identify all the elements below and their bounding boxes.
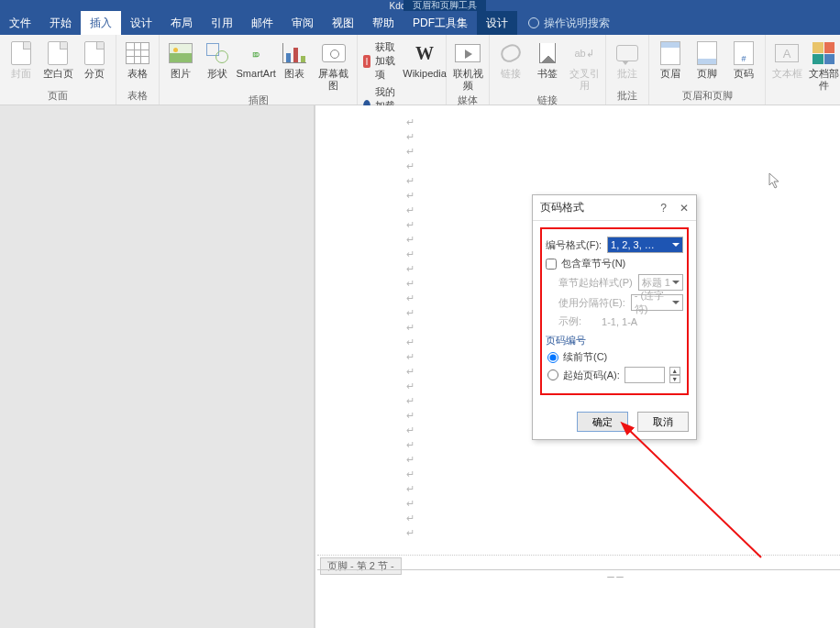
cover-page-button[interactable]: 封面 xyxy=(6,39,37,87)
group-comments-title: 批注 xyxy=(612,89,643,103)
ribbon: 封面 空白页 分页 页面 表格 表格 图片 形状 ⎄SmartArt 图表 屏幕… xyxy=(0,35,840,105)
lightbulb-icon xyxy=(528,17,539,28)
page-icon xyxy=(84,41,105,65)
tab-design[interactable]: 设计 xyxy=(121,11,161,35)
tab-home[interactable]: 开始 xyxy=(40,11,81,35)
tab-pdf[interactable]: PDF工具集 xyxy=(403,11,477,35)
chevron-down-icon xyxy=(672,301,680,304)
group-tables-title: 表格 xyxy=(122,89,153,103)
contextual-tab-label: 页眉和页脚工具 xyxy=(403,0,486,11)
number-format-value: 1, 2, 3, … xyxy=(611,239,655,250)
group-text: A文本框 文档部件 xyxy=(766,35,840,105)
textbox-button[interactable]: A文本框 xyxy=(771,39,802,92)
start-at-input[interactable] xyxy=(624,367,665,383)
example-label: 示例: xyxy=(558,314,581,328)
bookmark-button[interactable]: 书签 xyxy=(532,39,563,92)
ribbon-tabs: 文件 开始 插入 设计 布局 引用 邮件 审阅 视图 帮助 PDF工具集 设计 … xyxy=(0,11,840,35)
header-icon xyxy=(660,41,680,65)
page-number-format-dialog: 页码格式 ? ✕ 编号格式(F): 1, 2, 3, … 包含章节号(N) 章节… xyxy=(532,194,697,440)
workspace: ↵↵↵↵↵↵↵↵↵↵↵↵↵↵↵↵↵↵↵↵↵↵↵↵↵↵↵↵↵ 页脚 - 第 2 节… xyxy=(0,105,840,628)
page-icon xyxy=(48,41,68,65)
tab-references[interactable]: 引用 xyxy=(202,11,242,35)
continue-previous-label: 续前节(C) xyxy=(563,350,607,364)
page-break-button[interactable]: 分页 xyxy=(79,39,110,87)
crossref-button[interactable]: ab↲交叉引用 xyxy=(569,39,600,92)
camera-icon xyxy=(322,44,346,62)
start-at-radio[interactable] xyxy=(547,369,558,380)
highlighted-settings-region: 编号格式(F): 1, 2, 3, … 包含章节号(N) 章节起始样式(P) 标… xyxy=(540,227,689,395)
title-bar: 页眉和页脚工具 Kdock — Word xyxy=(0,0,840,11)
footer-section-tag: 页脚 - 第 2 节 - xyxy=(320,557,402,575)
group-tables: 表格 表格 xyxy=(116,35,160,105)
tab-review[interactable]: 审阅 xyxy=(282,11,323,35)
pictures-button[interactable]: 图片 xyxy=(165,39,196,92)
table-icon xyxy=(126,42,149,64)
group-pages-title: 页面 xyxy=(6,89,110,103)
tab-insert[interactable]: 插入 xyxy=(81,11,121,35)
online-video-button[interactable]: 联机视频 xyxy=(452,39,483,92)
dialog-titlebar[interactable]: 页码格式 ? ✕ xyxy=(533,195,696,221)
page-icon xyxy=(11,41,31,65)
tab-help[interactable]: 帮助 xyxy=(363,11,403,35)
get-addins-button[interactable]: 获取加载项 xyxy=(363,40,403,82)
separator-label: 使用分隔符(E): xyxy=(558,296,625,310)
chart-button[interactable]: 图表 xyxy=(279,39,310,92)
number-format-select[interactable]: 1, 2, 3, … xyxy=(607,237,683,253)
cursor-icon xyxy=(768,172,781,189)
separator-value: - (连字符) xyxy=(635,289,672,316)
screenshot-button[interactable]: 屏幕截图 xyxy=(315,39,351,92)
link-icon xyxy=(498,41,524,65)
group-comments: 批注 批注 xyxy=(606,35,649,105)
spin-up-button[interactable]: ▲ xyxy=(669,367,680,375)
group-pages: 封面 空白页 分页 页面 xyxy=(0,35,116,105)
group-media: 联机视频 媒体 xyxy=(447,35,490,105)
include-chapter-checkbox[interactable] xyxy=(546,259,557,270)
cancel-button[interactable]: 取消 xyxy=(637,412,689,432)
textbox-icon: A xyxy=(775,44,799,62)
page-numbering-section-title: 页码编号 xyxy=(546,334,683,347)
quick-parts-button[interactable]: 文档部件 xyxy=(808,39,839,92)
link-button[interactable]: 链接 xyxy=(495,39,526,92)
dialog-close-button[interactable]: ✕ xyxy=(680,202,689,215)
comment-icon xyxy=(616,45,638,61)
continue-previous-radio[interactable] xyxy=(547,352,558,363)
quick-parts-icon xyxy=(812,42,834,64)
chapter-style-value: 标题 1 xyxy=(642,276,670,290)
smartart-button[interactable]: ⎄SmartArt xyxy=(238,39,273,92)
separator-select: - (连字符) xyxy=(631,294,683,311)
navigation-pane[interactable] xyxy=(0,105,315,628)
example-value: 1-1, 1-A xyxy=(602,316,637,327)
chapter-style-label: 章节起始样式(P) xyxy=(558,276,633,290)
store-icon xyxy=(363,55,370,68)
page-number-button[interactable]: #页码 xyxy=(728,39,759,87)
bookmark-icon xyxy=(539,43,556,63)
tab-layout[interactable]: 布局 xyxy=(161,11,202,35)
tab-view[interactable]: 视图 xyxy=(323,11,363,35)
tab-mail[interactable]: 邮件 xyxy=(242,11,282,35)
number-format-label: 编号格式(F): xyxy=(546,238,602,252)
chevron-down-icon xyxy=(672,243,680,247)
chevron-down-icon xyxy=(672,281,680,284)
dialog-title: 页码格式 xyxy=(540,200,584,215)
start-at-label: 起始页码(A): xyxy=(563,369,620,382)
include-chapter-label: 包含章节号(N) xyxy=(561,257,625,270)
group-illustrations: 图片 形状 ⎄SmartArt 图表 屏幕截图 插图 xyxy=(160,35,358,105)
tab-contextual-design[interactable]: 设计 xyxy=(477,11,517,35)
tell-me-search[interactable]: 操作说明搜索 xyxy=(528,11,610,35)
video-icon xyxy=(455,44,481,62)
comment-button[interactable]: 批注 xyxy=(612,39,643,87)
dialog-help-button[interactable]: ? xyxy=(660,202,667,215)
footer-button[interactable]: 页脚 xyxy=(691,39,723,87)
page-number-icon: # xyxy=(734,41,754,65)
spin-down-button[interactable]: ▼ xyxy=(669,375,680,383)
table-button[interactable]: 表格 xyxy=(122,39,153,87)
ok-button[interactable]: 确定 xyxy=(577,412,628,432)
header-button[interactable]: 页眉 xyxy=(655,39,686,87)
tab-file[interactable]: 文件 xyxy=(0,11,40,35)
blank-page-button[interactable]: 空白页 xyxy=(42,39,73,87)
group-header-footer-title: 页眉和页脚 xyxy=(655,89,759,103)
smartart-icon: ⎄ xyxy=(253,48,260,59)
shapes-icon xyxy=(206,43,228,63)
tell-me-label: 操作说明搜索 xyxy=(544,16,610,31)
shapes-button[interactable]: 形状 xyxy=(202,39,233,92)
